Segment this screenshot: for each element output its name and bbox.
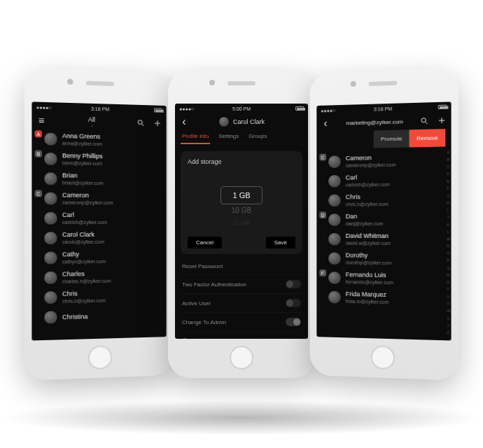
search-icon[interactable]: [136, 118, 146, 128]
list-item[interactable]: Benny Phillipsbenn@zylker.com: [42, 149, 167, 171]
contact-name: Carol Clark: [62, 231, 104, 239]
avatar: [43, 132, 58, 146]
members-list[interactable]: CCameroncameronp@zylker.comCarlcarlrich@…: [316, 150, 451, 309]
alpha-letter[interactable]: S: [447, 280, 451, 284]
list-item[interactable]: Anna Greensanna@zylker.com: [42, 129, 167, 151]
add-icon[interactable]: [153, 118, 162, 128]
avatar: [328, 194, 342, 208]
alpha-letter[interactable]: K: [447, 223, 451, 227]
alpha-letter[interactable]: E: [447, 179, 451, 183]
add-storage-panel: Add storage 1 GB 10 GB 11 GB Cancel Save: [181, 151, 302, 254]
alpha-letter[interactable]: V: [447, 302, 451, 306]
alpha-letter[interactable]: M: [447, 237, 451, 241]
home-button[interactable]: [88, 345, 112, 370]
alpha-letter[interactable]: J: [447, 215, 451, 219]
alpha-letter[interactable]: U: [447, 295, 451, 299]
list-item[interactable]: Carlcarlrich@zylker.com: [326, 170, 451, 191]
alpha-letter[interactable]: A: [447, 150, 451, 154]
header-email: marketing@zylker.com: [330, 118, 419, 126]
tab-settings[interactable]: Settings: [217, 130, 240, 144]
alpha-letter[interactable]: L: [447, 230, 451, 234]
list-item[interactable]: Cameroncameronp@zylker.com: [42, 188, 167, 209]
contacts-list[interactable]: AAnna Greensanna@zylker.comBBenny Philli…: [31, 129, 166, 328]
home-button[interactable]: [371, 345, 395, 370]
alpha-letter[interactable]: C: [447, 164, 451, 169]
list-item[interactable]: Cathycathyn@zylker.com: [42, 247, 167, 267]
contact-name: Benny Phillips: [62, 152, 103, 160]
phone-contacts-list: ●●●●○ 3:18 PM All⌄ AAnna Greens: [24, 67, 174, 381]
avatar: [43, 152, 58, 167]
section-letter: F: [319, 270, 326, 276]
title-bar: Carol Clark: [175, 113, 308, 130]
cancel-button[interactable]: Cancel: [188, 237, 222, 248]
list-item[interactable]: Carol Clarkcarolc@zylker.com: [42, 228, 167, 248]
remove-button[interactable]: Remove: [410, 129, 445, 147]
alpha-letter[interactable]: G: [447, 193, 451, 197]
list-item[interactable]: Fernando Luisfernando@zylker.com: [326, 268, 451, 289]
contact-email: danj@zylker.com: [346, 220, 384, 227]
contact-email: fernando@zylker.com: [346, 279, 393, 286]
search-icon[interactable]: [419, 115, 429, 125]
contact-email: cameronp@zylker.com: [62, 200, 113, 206]
opt-change-admin[interactable]: Change To Admin: [182, 312, 301, 331]
alpha-letter[interactable]: X: [447, 316, 451, 320]
alpha-index[interactable]: ABCDEFGHIJKLMNOPQRSTUVWXYZ: [447, 148, 451, 336]
list-item[interactable]: Christina: [42, 305, 167, 328]
list-item[interactable]: Charlescharles.h@zylker.com: [42, 267, 167, 288]
tab-groups[interactable]: Groups: [247, 130, 268, 144]
contact-email: briant@zylker.com: [62, 180, 104, 187]
list-item[interactable]: Chrischris.b@zylker.com: [326, 190, 451, 210]
list-item[interactable]: Carlcarlrich@zylker.com: [42, 209, 167, 228]
avatar: [328, 290, 342, 304]
alpha-letter[interactable]: N: [447, 244, 451, 248]
home-button[interactable]: [230, 346, 253, 370]
toggle-icon[interactable]: [286, 299, 301, 307]
section-letter: B: [35, 150, 42, 157]
avatar: [43, 231, 58, 245]
save-button[interactable]: Save: [266, 237, 295, 248]
alpha-letter[interactable]: F: [447, 186, 451, 190]
alpha-letter[interactable]: P: [447, 258, 451, 262]
opt-reset-password[interactable]: Reset Password: [182, 258, 301, 274]
toggle-icon[interactable]: [286, 318, 301, 326]
alpha-letter[interactable]: R: [447, 273, 451, 277]
list-item[interactable]: Dandanj@zylker.com: [326, 210, 451, 230]
avatar: [43, 310, 58, 325]
contact-email: david.w@zylker.com: [346, 240, 391, 246]
alpha-letter[interactable]: T: [447, 287, 451, 291]
alpha-letter[interactable]: B: [447, 158, 451, 162]
filter-dropdown[interactable]: All⌄: [46, 115, 136, 128]
phone-group-members: ●●●●○ 3:18 PM marketing@zylker.com Promo…: [310, 67, 459, 381]
contact-email: dorothyl@zylker.com: [346, 259, 391, 266]
contact-email: carlrich@zylker.com: [346, 181, 390, 188]
back-icon[interactable]: [179, 117, 189, 127]
alpha-letter[interactable]: Y: [447, 323, 451, 328]
list-item[interactable]: Chrischris.b@zylker.com: [42, 286, 167, 307]
tab-profile-info[interactable]: Profile Info: [181, 130, 210, 144]
alpha-letter[interactable]: O: [447, 251, 451, 255]
opt-active-user[interactable]: Active User: [182, 293, 301, 312]
panel-title: Add storage: [188, 158, 295, 165]
list-item[interactable]: Cameroncameronp@zylker.com: [326, 150, 451, 172]
contact-name: David Whitman: [346, 232, 391, 240]
contact-name: Carl: [346, 174, 390, 182]
alpha-letter[interactable]: Z: [447, 330, 451, 335]
promote-button[interactable]: Promote: [374, 130, 410, 148]
storage-picker[interactable]: 1 GB 10 GB 11 GB: [188, 174, 295, 230]
alpha-letter[interactable]: I: [447, 208, 451, 212]
alpha-letter[interactable]: Q: [447, 265, 451, 270]
alpha-letter[interactable]: H: [447, 201, 451, 205]
alpha-letter[interactable]: D: [447, 172, 451, 176]
opt-two-factor[interactable]: Two Factor Authentication: [182, 274, 301, 293]
list-item[interactable]: David Whitmandavid.w@zylker.com: [326, 230, 451, 250]
toggle-icon[interactable]: [286, 280, 301, 288]
list-item[interactable]: Frida Marquezfrida.m@zylker.com: [326, 288, 451, 309]
list-item[interactable]: Brianbriant@zylker.com: [42, 169, 167, 190]
hamburger-icon[interactable]: [36, 115, 47, 126]
contact-email: frida.m@zylker.com: [346, 298, 389, 305]
alpha-letter[interactable]: W: [447, 309, 451, 313]
three-phone-stage: ●●●●○ 3:18 PM All⌄ AAnna Greens: [21, 70, 462, 378]
back-icon[interactable]: [321, 118, 330, 128]
list-item[interactable]: Dorothydorothyl@zylker.com: [326, 248, 451, 270]
add-icon[interactable]: [437, 115, 447, 126]
